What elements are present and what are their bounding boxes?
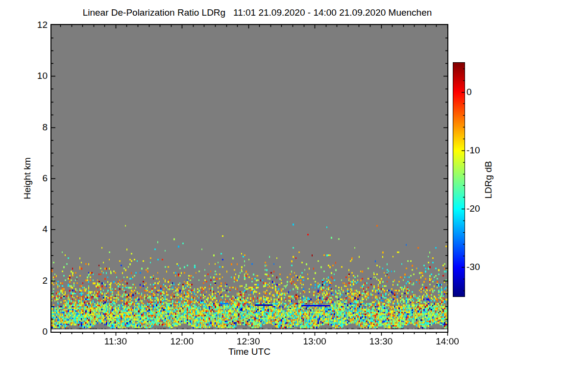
y-tick-label-6: 6 [22, 173, 48, 183]
y-tick-label-0: 0 [22, 327, 48, 337]
y-tick-label-10: 10 [22, 71, 48, 81]
colorbar-tick-label--30: -30 [466, 262, 496, 272]
colorbar-label: LDRg dB [483, 161, 494, 198]
colorbar-tick-label--20: -20 [466, 204, 496, 214]
x-tick-label-1330: 13:30 [359, 337, 403, 346]
colorbar-canvas [453, 62, 466, 297]
plot-window: Linear De-Polarization Ratio LDRg 11:01 … [0, 0, 588, 392]
x-tick-label-1400: 14:00 [425, 337, 469, 346]
x-tick-label-1130: 11:30 [94, 337, 138, 346]
heatmap-canvas [50, 24, 448, 338]
x-tick-label-1230: 12:30 [226, 337, 270, 346]
x-tick-label-1300: 13:00 [293, 337, 337, 346]
colorbar-tick-label--10: -10 [466, 146, 496, 155]
y-tick-label-8: 8 [22, 122, 48, 132]
colorbar-tick-label-0: 0 [466, 87, 496, 97]
x-tick-label-1200: 12:00 [160, 337, 204, 346]
y-tick-label-12: 12 [22, 20, 48, 30]
chart-title: Linear De-Polarization Ratio LDRg 11:01 … [83, 8, 432, 18]
y-tick-label-2: 2 [22, 276, 48, 286]
x-axis-label: Time UTC [228, 346, 270, 357]
y-tick-label-4: 4 [22, 224, 48, 234]
